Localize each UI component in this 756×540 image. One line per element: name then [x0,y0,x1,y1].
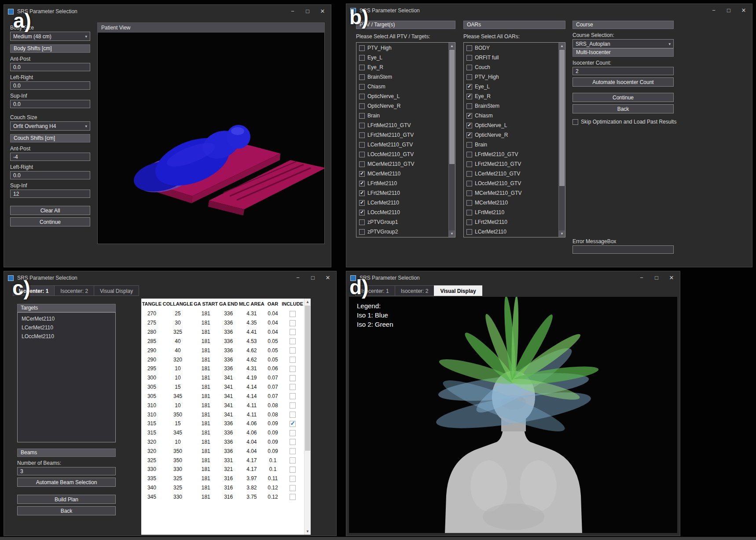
shift-value-input[interactable]: 0.0 [10,63,90,71]
item-checkbox[interactable] [466,65,472,70]
checkbox-list-item[interactable]: OpticNerve_R [464,130,558,140]
checkbox-list-item[interactable]: Eye_R [356,62,448,72]
include-checkbox[interactable] [290,476,296,482]
item-checkbox[interactable] [359,113,365,119]
scrollbar[interactable]: ▲ ▼ [558,43,565,237]
scrollbar[interactable]: ▲ ▼ [448,43,455,237]
checkbox-list-item[interactable]: OpticNerve_L [356,91,448,101]
item-checkbox[interactable] [359,229,365,235]
include-checkbox[interactable] [290,485,296,491]
checkbox-list-item[interactable]: OpticNerve_L [464,120,558,130]
include-checkbox[interactable] [290,457,296,463]
item-checkbox[interactable] [466,74,472,80]
checkbox-list-item[interactable]: PTV_High [356,43,448,53]
clear-all-button[interactable]: Clear All [10,206,90,215]
item-checkbox[interactable] [466,190,472,196]
item-checkbox[interactable] [359,219,365,225]
checkbox-list-item[interactable]: BrainStem [464,101,558,111]
checkbox-list-item[interactable]: LFrt2Met2110_GTV [464,159,558,169]
include-checkbox[interactable] [290,338,296,344]
item-checkbox[interactable] [359,123,365,128]
shift-value-input[interactable]: 0.0 [10,100,90,108]
checkbox-list-item[interactable]: LFrtMet2110_GTV [464,150,558,159]
checkbox-list-item[interactable]: Eye_L [464,82,558,91]
back-button[interactable]: Back [17,506,116,515]
checkbox-list-item[interactable]: Chiasm [464,111,558,120]
close-button[interactable]: ✕ [315,5,330,18]
item-checkbox[interactable] [359,132,365,138]
table-row[interactable]: 275 30 181 336 4.35 0.04 [141,318,304,328]
scrollbar[interactable]: ▲ ▼ [304,299,311,535]
back-button[interactable]: Back [573,104,674,113]
include-checkbox[interactable] [290,329,296,335]
item-checkbox[interactable] [359,200,365,206]
checkbox-list-item[interactable]: ORFIT full [464,53,558,62]
table-row[interactable]: 315 15 181 336 4.06 0.09 [141,419,304,428]
minimize-button[interactable]: − [706,4,721,17]
item-checkbox[interactable] [359,84,365,90]
table-row[interactable]: 340 325 181 316 3.82 0.12 [141,483,304,493]
table-row[interactable]: 315 345 181 336 4.06 0.09 [141,428,304,438]
checkbox-list-item[interactable]: BODY [464,43,558,53]
scroll-down-icon[interactable]: ▼ [449,230,455,237]
include-checkbox[interactable] [290,430,296,436]
checkbox-list-item[interactable]: Chiasm [356,82,448,91]
error-messagebox-input[interactable] [573,245,674,254]
maximize-button[interactable]: □ [305,271,320,285]
table-row[interactable]: 320 10 181 336 4.04 0.09 [141,438,304,447]
shift-value-input[interactable]: 12 [10,190,90,198]
checkbox-list-item[interactable]: LCerMet2110 [464,227,558,237]
skip-optimization-row[interactable]: Skip Optimization and Load Past Results [573,119,674,125]
item-checkbox[interactable] [466,94,472,99]
table-row[interactable]: 290 40 181 336 4.62 0.05 [141,346,304,355]
scroll-thumb[interactable] [305,306,310,451]
item-checkbox[interactable] [466,171,472,177]
item-checkbox[interactable] [359,103,365,109]
item-checkbox[interactable] [359,210,365,215]
close-button[interactable]: ✕ [736,4,751,17]
shift-value-input[interactable]: 0.0 [10,81,90,90]
checkbox-list-item[interactable]: Eye_R [464,91,558,101]
number-of-beams-input[interactable]: 3 [17,467,116,475]
checkbox-list-item[interactable]: LOccMet2110_GTV [464,179,558,188]
checkbox-list-item[interactable]: BrainStem [356,72,448,82]
scroll-up-icon[interactable]: ▲ [559,43,565,49]
checkbox-list-item[interactable]: LCerMet2110_GTV [356,140,448,150]
table-row[interactable]: 300 10 181 341 4.19 0.07 [141,373,304,383]
scroll-thumb[interactable] [559,50,565,186]
item-checkbox[interactable] [359,142,365,148]
checkbox-list-item[interactable]: Eye_L [356,53,448,62]
item-checkbox[interactable] [359,55,365,61]
item-checkbox[interactable] [359,161,365,167]
table-row[interactable]: 335 325 181 316 3.97 0.11 [141,474,304,483]
couch-size-dropdown[interactable]: Orfit Overhang H4 ▾ [10,121,90,131]
item-checkbox[interactable] [466,55,472,61]
automate-isocenter-count-button[interactable]: Automate Isocenter Count [573,77,674,87]
tab[interactable]: Visual Display [434,285,482,296]
checkbox-list-item[interactable]: LFrtMet2110_GTV [356,120,448,130]
item-checkbox[interactable] [466,152,472,157]
table-row[interactable]: 325 350 181 331 4.17 0.1 [141,456,304,465]
table-row[interactable]: 320 350 181 336 4.04 0.09 [141,446,304,456]
item-checkbox[interactable] [359,181,365,186]
include-checkbox[interactable] [290,421,296,427]
checkbox-list-item[interactable]: Couch [464,62,558,72]
item-checkbox[interactable] [466,161,472,167]
minimize-button[interactable]: − [290,271,305,285]
checkbox-list-item[interactable]: LFrt2Met2110 [356,188,448,198]
close-button[interactable]: ✕ [664,271,679,285]
include-checkbox[interactable] [290,357,296,363]
item-checkbox[interactable] [466,103,472,109]
checkbox-list-item[interactable]: LCerMet2110 [356,198,448,208]
tab[interactable]: Isocenter: 2 [54,285,94,296]
automate-beam-selection-button[interactable]: Automate Beam Selection [17,478,116,487]
scroll-up-icon[interactable]: ▲ [305,299,311,305]
checkbox-list-item[interactable]: zPTVGroup1 [356,217,448,227]
include-checkbox[interactable] [290,412,296,418]
include-checkbox[interactable] [290,402,296,409]
close-button[interactable]: ✕ [320,271,335,285]
include-checkbox[interactable] [290,439,296,445]
checkbox-list-item[interactable]: LOccMet2110 [356,208,448,217]
course-selection-dropdown[interactable]: SRS_Autoplan ▾ [573,39,674,48]
item-checkbox[interactable] [359,171,365,177]
